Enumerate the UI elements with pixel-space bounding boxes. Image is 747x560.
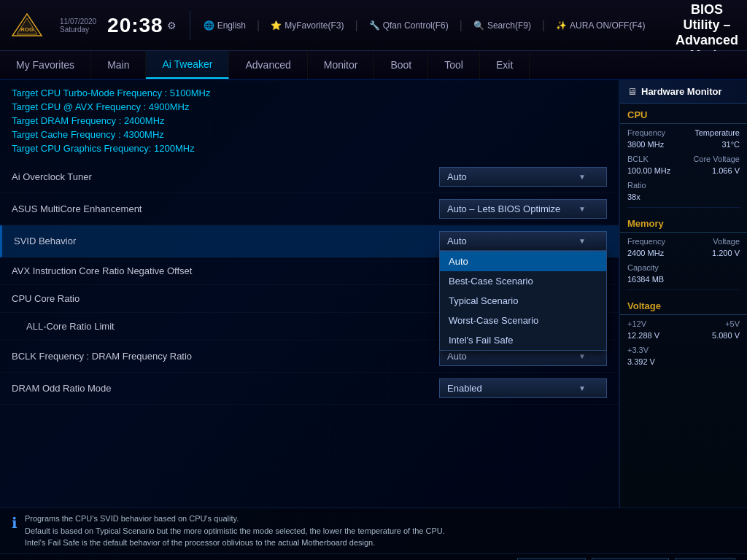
dropdown-arrow-6: ▼	[578, 352, 586, 360]
nav-boot[interactable]: Boot	[374, 51, 428, 79]
setting-row-ai-overclock: Ai Overclock Tuner Auto ▼	[0, 161, 619, 193]
nav-main[interactable]: Main	[91, 51, 146, 79]
hw-corevolt-label: Core Voltage	[693, 155, 740, 163]
info-text: Programs the CPU's SVID behavior based o…	[25, 513, 445, 549]
hw-mem-freq-val-row: 2400 MHz 1.200 V	[620, 247, 747, 259]
info-row-3: Target Cache Frequency : 4300MHz	[12, 128, 619, 141]
dropdown-option-worst-case[interactable]: Worst-Case Scenario	[440, 311, 606, 330]
sep2: |	[355, 19, 358, 32]
info-rows: Target CPU Turbo-Mode Frequency : 5100MH…	[0, 80, 619, 158]
setting-label-multicore: ASUS MultiCore Enhancement	[12, 203, 439, 214]
hw-cpu-temp-val: 31°C	[721, 140, 740, 149]
setting-row-multicore: ASUS MultiCore Enhancement Auto – Lets B…	[0, 193, 619, 225]
settings-icon[interactable]: ⚙	[167, 20, 177, 31]
hw-mem-freq-row: Frequency Voltage	[620, 236, 747, 247]
nav-advanced[interactable]: Advanced	[229, 51, 307, 79]
hw-33v-val-row: 3.392 V	[620, 356, 747, 368]
info-bar: ℹ Programs the CPU's SVID behavior based…	[0, 508, 747, 553]
hw-cpu-bclk-row: BCLK Core Voltage	[620, 153, 747, 165]
hw-corevolt-val: 1.066 V	[712, 166, 740, 175]
nav-monitor-label: Monitor	[324, 59, 358, 71]
hw-bclk-val: 100.00 MHz	[627, 166, 670, 175]
nav-tool[interactable]: Tool	[428, 51, 480, 79]
dropdown-option-auto[interactable]: Auto	[440, 252, 606, 271]
hw-33v-label: +3.3V	[627, 346, 649, 354]
left-panel: Target CPU Turbo-Mode Frequency : 5100MH…	[0, 80, 619, 508]
search-label: Search(F9)	[487, 20, 531, 31]
hw-12v-row: +12V +5V	[620, 318, 747, 330]
hw-cpu-freq-row: Frequency Temperature	[620, 127, 747, 139]
hw-divider-2	[627, 289, 740, 290]
dropdown-value-dram-odd: Enabled	[447, 383, 482, 394]
dropdown-option-typical[interactable]: Typical Scenario	[440, 291, 606, 311]
aura-icon: ✨	[556, 20, 567, 31]
hw-cpu-freq-val-row: 3800 MHz 31°C	[620, 139, 747, 150]
dropdown-open-svid: Auto Best-Case Scenario Typical Scenario…	[439, 251, 607, 351]
hw-mem-volt-label: Voltage	[713, 237, 740, 246]
dropdown-btn-multicore[interactable]: Auto – Lets BIOS Optimize ▼	[439, 199, 607, 219]
hw-mem-cap-val: 16384 MB	[627, 275, 664, 284]
date-text: 11/07/2020	[60, 18, 96, 26]
logo-icon: ROG	[9, 11, 45, 40]
search-btn[interactable]: 🔍 Search(F9)	[473, 20, 531, 31]
qfan-label: Qfan Control(F6)	[383, 20, 449, 31]
hw-cpu-freq-label: Frequency	[627, 128, 665, 137]
nav-exit[interactable]: Exit	[480, 51, 530, 79]
aura-btn[interactable]: ✨ AURA ON/OFF(F4)	[556, 20, 645, 31]
dropdown-value-ai-overclock: Auto	[447, 171, 467, 182]
hw-bclk-label: BCLK	[627, 155, 649, 163]
language-label: English	[217, 20, 246, 31]
nav-bar: My Favorites Main Ai Tweaker Advanced Mo…	[0, 51, 747, 80]
right-panel: 🖥 Hardware Monitor CPU Frequency Tempera…	[619, 80, 747, 508]
hw-33v-val: 3.392 V	[627, 357, 655, 366]
hw-volt-title: Voltage	[620, 295, 747, 315]
nav-exit-label: Exit	[496, 59, 513, 71]
info-line-2: Intel's Fail Safe is the default behavio…	[25, 537, 445, 549]
setting-label-svid: SVID Behavior	[14, 236, 439, 246]
dropdown-ai-overclock[interactable]: Auto ▼	[439, 167, 607, 187]
datetime: 11/07/2020 Saturday	[60, 18, 96, 34]
hw-title: Hardware Monitor	[641, 86, 722, 97]
svg-text:ROG: ROG	[20, 26, 33, 33]
nav-tool-label: Tool	[444, 59, 463, 71]
hw-mem-volt-val: 1.200 V	[712, 249, 740, 257]
footer: Version 2.20.1276. Copyright (C) 2020 Am…	[0, 553, 747, 561]
info-line-1: Default is based on Typical Scenario but…	[25, 525, 445, 537]
hw-ratio-row: Ratio	[620, 179, 747, 191]
nav-monitor[interactable]: Monitor	[308, 51, 375, 79]
nav-ai-tweaker-label: Ai Tweaker	[162, 58, 212, 70]
sep3: |	[460, 19, 462, 32]
logo-area: ROG	[9, 11, 45, 40]
setting-row-dram-odd: DRAM Odd Ratio Mode Enabled ▼	[0, 373, 619, 405]
sep1: |	[257, 19, 260, 32]
hw-mem-cap-label: Capacity	[627, 263, 659, 272]
dropdown-multicore[interactable]: Auto – Lets BIOS Optimize ▼	[439, 199, 607, 219]
nav-boot-label: Boot	[390, 59, 411, 71]
hw-mem-freq-val: 2400 MHz	[627, 249, 664, 257]
dropdown-option-best-case[interactable]: Best-Case Scenario	[440, 271, 606, 291]
main-layout: Target CPU Turbo-Mode Frequency : 5100MH…	[0, 80, 747, 508]
dropdown-svid[interactable]: Auto ▼ Auto Best-Case Scenario Typical S…	[439, 231, 607, 251]
star-icon: ⭐	[271, 20, 282, 31]
hw-12v-val: 12.288 V	[627, 331, 659, 340]
nav-my-favorites[interactable]: My Favorites	[0, 51, 91, 79]
info-row-1: Target CPU @ AVX Frequency : 4900MHz	[12, 100, 619, 114]
qfan-btn[interactable]: 🔧 Qfan Control(F6)	[369, 20, 449, 31]
hw-12v-val-row: 12.288 V 5.080 V	[620, 330, 747, 341]
dropdown-btn-dram-odd[interactable]: Enabled ▼	[439, 378, 607, 398]
dropdown-btn-ai-overclock[interactable]: Auto ▼	[439, 167, 607, 187]
dropdown-btn-svid[interactable]: Auto ▼	[439, 231, 607, 251]
dropdown-arrow-7: ▼	[578, 384, 586, 392]
aura-label: AURA ON/OFF(F4)	[570, 20, 645, 31]
myfavorite-btn[interactable]: ⭐ MyFavorite(F3)	[271, 20, 344, 31]
nav-ai-tweaker[interactable]: Ai Tweaker	[146, 51, 229, 79]
nav-advanced-label: Advanced	[245, 59, 290, 71]
dropdown-dram-odd[interactable]: Enabled ▼	[439, 378, 607, 398]
language-btn[interactable]: 🌐 English	[204, 20, 246, 31]
myfavorite-label: MyFavorite(F3)	[285, 20, 344, 31]
dropdown-option-intel-fail-safe[interactable]: Intel's Fail Safe	[440, 330, 606, 350]
search-icon: 🔍	[473, 20, 484, 31]
hw-mem-cap-val-row: 16384 MB	[620, 273, 747, 285]
dropdown-arrow-2: ▼	[578, 237, 586, 245]
hw-mem-freq-label: Frequency	[627, 237, 665, 246]
